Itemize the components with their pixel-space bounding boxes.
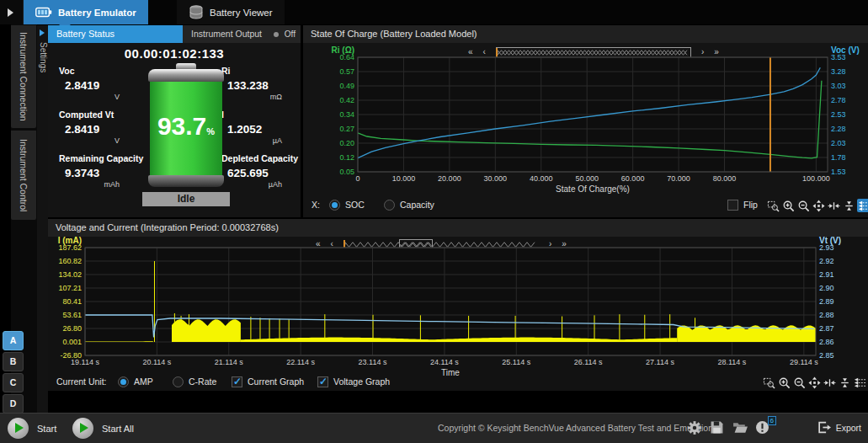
svg-text:80.41: 80.41 (62, 297, 82, 306)
zoom-region-icon[interactable] (766, 199, 780, 212)
soc-chart[interactable]: 0.643.530.573.280.493.030.422.780.342.53… (303, 25, 868, 202)
metric-unit: µA (221, 136, 282, 145)
svg-text:30.000: 30.000 (484, 174, 508, 183)
metric-value: 133.238 (221, 79, 312, 92)
metric-label: Depleted Capacity (221, 153, 312, 163)
current-graph-label: Current Graph (248, 376, 304, 388)
run-state-button[interactable]: Idle (142, 192, 230, 206)
play-icon (8, 418, 29, 439)
svg-text:20.114 s: 20.114 s (142, 358, 171, 366)
instrument-output-label: Instrument Output (191, 29, 262, 39)
svg-text:21.114 s: 21.114 s (215, 358, 243, 366)
svg-text:134.02: 134.02 (58, 270, 82, 279)
output-state-dot (274, 32, 279, 37)
slot-button-d[interactable]: D (3, 394, 24, 414)
auto-track-icon[interactable] (853, 376, 866, 389)
radio-c-rate[interactable] (173, 376, 184, 387)
svg-text:23.114 s: 23.114 s (359, 358, 387, 366)
battery-status-panel: Battery Status Instrument Output Off 00.… (48, 25, 301, 217)
tab-battery-emulator[interactable]: Battery Emulator (24, 0, 148, 24)
svg-text:2.92: 2.92 (819, 257, 834, 265)
save-icon[interactable] (710, 420, 725, 435)
metric-value: 9.3743 (59, 167, 150, 179)
tab-instrument-output[interactable]: Instrument Output Off (183, 25, 301, 43)
svg-text:2.28: 2.28 (831, 125, 846, 133)
status-bar: Start Start All Copyright © Keysight Ben… (0, 413, 868, 443)
fit-vertical-icon[interactable] (842, 199, 855, 212)
svg-text:2.89: 2.89 (819, 297, 834, 306)
sidebar-item-instrument-connection[interactable]: Instrument Connection (11, 25, 36, 128)
svg-text:I (mA): I (mA) (58, 236, 82, 245)
battery-gauge: 93.7% (148, 63, 224, 187)
metric-value: 2.8419 (59, 123, 150, 136)
voltage-graph-checkbox[interactable] (317, 376, 328, 387)
slot-button-a[interactable]: A (3, 331, 24, 350)
svg-text:0.34: 0.34 (339, 110, 354, 119)
fit-horizontal-icon[interactable] (823, 376, 836, 389)
settings-collapsed-panel[interactable]: Settings (37, 25, 48, 413)
svg-text:2.87: 2.87 (819, 324, 834, 333)
radio-c-rate-label: C-Rate (189, 376, 216, 388)
flip-checkbox[interactable] (727, 200, 738, 211)
metric-value: 2.8419 (59, 79, 150, 92)
copyright-text: Copyright © Keysight BenchVue Advanced B… (438, 423, 713, 433)
slot-button-c[interactable]: C (3, 373, 24, 392)
start-all-button[interactable]: Start All (72, 418, 134, 439)
tab-battery-status[interactable]: Battery Status (48, 25, 183, 43)
svg-text:20.000: 20.000 (438, 174, 461, 183)
start-all-label: Start All (102, 424, 134, 434)
notifications-icon[interactable]: 6 (755, 420, 770, 435)
auto-track-icon[interactable] (857, 199, 868, 212)
metric-unit: V (59, 136, 120, 145)
svg-text:29.114 s: 29.114 s (790, 358, 818, 366)
vtab-label: Instrument Connection (19, 32, 29, 121)
voltage-graph-label: Voltage Graph (333, 376, 390, 388)
output-state-text: Off (285, 25, 296, 43)
metric-value: 1.2052 (221, 123, 312, 136)
settings-label: Settings (37, 42, 48, 72)
svg-text:70.000: 70.000 (667, 174, 690, 183)
metric-unit: V (59, 93, 120, 101)
soc-chart-toolbar (766, 199, 868, 212)
zoom-in-icon[interactable] (781, 199, 795, 212)
soc-controls: X: SOC Capacity Flip (303, 199, 868, 216)
radio-amp[interactable] (118, 376, 129, 387)
current-graph-checkbox[interactable] (232, 376, 242, 387)
metric-label: Computed Vt (59, 109, 150, 120)
svg-text:1.78: 1.78 (831, 153, 846, 162)
metric-value: 625.695 (221, 167, 312, 179)
expand-all-icon[interactable] (807, 376, 821, 389)
svg-text:26.80: 26.80 (62, 324, 82, 333)
slot-button-b[interactable]: B (3, 352, 24, 371)
export-button[interactable]: Export (817, 420, 861, 435)
zoom-out-icon[interactable] (796, 199, 810, 212)
zoom-region-icon[interactable] (762, 376, 775, 389)
battery-icon (35, 7, 52, 18)
svg-text:Time: Time (441, 368, 460, 376)
fit-vertical-icon[interactable] (838, 376, 851, 389)
state-of-charge-panel: State Of Charge (Battery Loaded Model) «… (303, 25, 868, 217)
zoom-in-icon[interactable] (777, 376, 791, 389)
fit-horizontal-icon[interactable] (827, 199, 840, 212)
play-icon (72, 418, 93, 439)
battery-top-cap (148, 69, 224, 82)
svg-text:80.000: 80.000 (713, 174, 737, 183)
svg-text:3.03: 3.03 (831, 82, 846, 90)
vc-chart[interactable]: 187.622.93160.822.92134.022.91107.212.90… (48, 219, 868, 376)
svg-text:160.82: 160.82 (58, 257, 82, 265)
vc-controls: Current Unit: AMP C-Rate Current Graph V… (48, 376, 868, 392)
expand-all-icon[interactable] (812, 199, 825, 212)
start-label: Start (37, 424, 56, 434)
radio-capacity[interactable] (384, 200, 395, 211)
settings-gear-icon[interactable] (687, 420, 702, 435)
metric-unit: mAh (59, 180, 120, 189)
tab-battery-viewer[interactable]: Battery Viewer (177, 0, 285, 24)
zoom-out-icon[interactable] (792, 376, 806, 389)
radio-soc[interactable] (329, 200, 340, 211)
open-folder-icon[interactable] (732, 420, 748, 435)
svg-text:0.12: 0.12 (339, 153, 354, 162)
sidebar-item-instrument-control[interactable]: Instrument Control (11, 131, 36, 220)
start-button[interactable]: Start (8, 418, 56, 439)
sidebar-toggle-button[interactable] (0, 0, 24, 24)
svg-text:0: 0 (355, 174, 359, 183)
